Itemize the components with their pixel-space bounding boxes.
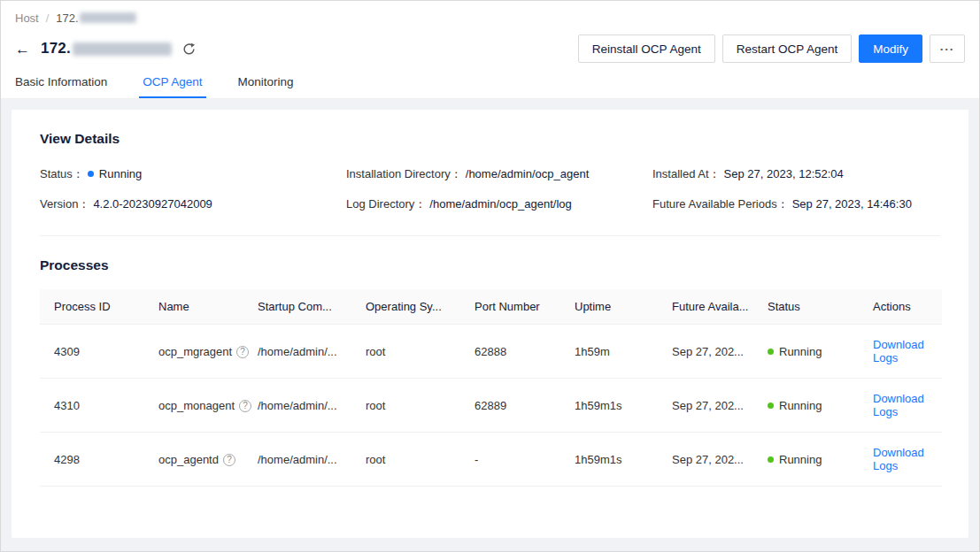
redacted-ip-title xyxy=(73,42,172,56)
col-process-id: Process ID xyxy=(40,289,144,325)
field-version-value: 4.2.0-20230927042009 xyxy=(93,197,212,211)
cell-uptime: 1h59m1s xyxy=(560,433,658,487)
col-actions: Actions xyxy=(859,289,942,325)
col-port-number: Port Number xyxy=(460,289,560,325)
reinstall-ocp-agent-button[interactable]: Reinstall OCP Agent xyxy=(578,34,715,63)
field-installed-at-value: Sep 27, 2023, 12:52:04 xyxy=(724,167,844,180)
field-installation-directory-label: Installation Directory： xyxy=(346,167,462,180)
cell-name: ocp_agentd? xyxy=(144,433,243,487)
col-name: Name xyxy=(144,289,243,325)
processes-title: Processes xyxy=(40,257,940,273)
cell-startup-command: /home/admin/... xyxy=(243,379,351,433)
tab-monitoring[interactable]: Monitoring xyxy=(235,68,297,98)
field-status-value: Running xyxy=(99,167,142,180)
cell-port: 62888 xyxy=(460,325,560,379)
process-name: ocp_agentd xyxy=(158,453,219,466)
field-version-label: Version： xyxy=(40,197,89,211)
section-divider xyxy=(40,235,940,236)
tabs: Basic Information OCP Agent Monitoring xyxy=(1,65,979,99)
view-details-title: View Details xyxy=(40,131,940,147)
help-icon[interactable]: ? xyxy=(223,454,235,466)
cell-future-available: Sep 27, 202... xyxy=(658,325,753,379)
cell-port: - xyxy=(460,433,560,487)
col-uptime: Uptime xyxy=(560,289,658,325)
field-log-directory-value: /home/admin/ocp_agent/log xyxy=(429,197,571,211)
process-name: ocp_monagent xyxy=(158,399,235,412)
status-text: Running xyxy=(779,345,822,358)
cell-pid: 4310 xyxy=(40,379,144,433)
status-text: Running xyxy=(779,453,822,466)
breadcrumb-host[interactable]: Host xyxy=(15,12,39,25)
field-status-label: Status： xyxy=(40,167,84,180)
field-future-available-periods-value: Sep 27, 2023, 14:46:30 xyxy=(792,197,912,211)
status-dot-running xyxy=(768,349,774,355)
page-title: 172. xyxy=(41,40,71,58)
redacted-ip-breadcrumb xyxy=(80,12,136,23)
cell-status: Running xyxy=(753,325,859,379)
processes-table: Process ID Name Startup Com... Operating… xyxy=(40,289,942,487)
process-name: ocp_mgragent xyxy=(158,345,232,358)
cell-os-user: root xyxy=(351,433,460,487)
header-row: ← 172. Reinstall OCP Agent Restart OCP A… xyxy=(1,27,979,65)
status-dot-running xyxy=(768,456,774,463)
field-log-directory: Log Directory：/home/admin/ocp_agent/log xyxy=(346,196,652,212)
header-actions: Reinstall OCP Agent Restart OCP Agent Mo… xyxy=(578,34,965,63)
cell-future-available: Sep 27, 202... xyxy=(658,433,753,487)
table-row: 4309 ocp_mgragent? /home/admin/... root … xyxy=(40,325,942,379)
status-dot-running xyxy=(88,171,94,177)
table-row: 4298 ocp_agentd? /home/admin/... root - … xyxy=(40,433,942,487)
field-installation-directory-value: /home/admin/ocp_agent xyxy=(466,167,589,180)
view-details-fields: Status：Running Installation Directory：/h… xyxy=(40,166,940,212)
back-icon[interactable]: ← xyxy=(15,42,30,57)
restart-ocp-agent-button[interactable]: Restart OCP Agent xyxy=(722,34,853,63)
field-installed-at: Installed At：Sep 27, 2023, 12:52:04 xyxy=(652,166,940,182)
cell-uptime: 1h59m xyxy=(560,325,658,379)
table-header-row: Process ID Name Startup Com... Operating… xyxy=(40,289,942,325)
cell-actions: Download Logs xyxy=(859,379,942,433)
field-version: Version：4.2.0-20230927042009 xyxy=(40,196,346,212)
col-operating-system: Operating Sy... xyxy=(351,289,460,325)
field-installed-at-label: Installed At： xyxy=(652,167,721,180)
tab-ocp-agent[interactable]: OCP Agent xyxy=(139,68,205,98)
ocp-agent-card: View Details Status：Running Installation… xyxy=(12,110,968,538)
breadcrumb-separator: / xyxy=(46,12,50,25)
breadcrumb-current-ip: 172. xyxy=(56,12,78,25)
cell-status: Running xyxy=(753,379,859,433)
cell-name: ocp_mgragent? xyxy=(144,325,243,379)
host-detail-page: Host / 172. ← 172. Reinstall OCP Agent R… xyxy=(0,0,980,552)
more-actions-button[interactable]: ··· xyxy=(930,34,965,63)
cell-os-user: root xyxy=(351,379,460,433)
status-dot-running xyxy=(768,402,774,409)
breadcrumb: Host / 172. xyxy=(1,8,979,27)
cell-pid: 4309 xyxy=(40,325,144,379)
download-logs-link[interactable]: Download Logs xyxy=(873,392,924,418)
modify-button[interactable]: Modify xyxy=(859,34,922,63)
cell-future-available: Sep 27, 202... xyxy=(658,379,753,433)
download-logs-link[interactable]: Download Logs xyxy=(873,446,924,472)
field-future-available-periods: Future Available Periods：Sep 27, 2023, 1… xyxy=(652,196,940,212)
cell-port: 62889 xyxy=(460,379,560,433)
tab-basic-information[interactable]: Basic Information xyxy=(12,68,111,98)
cell-actions: Download Logs xyxy=(859,433,942,487)
help-icon[interactable]: ? xyxy=(239,400,251,412)
cell-actions: Download Logs xyxy=(859,325,942,379)
table-row: 4310 ocp_monagent? /home/admin/... root … xyxy=(40,379,942,433)
page-header-area: Host / 172. ← 172. Reinstall OCP Agent R… xyxy=(1,1,979,99)
col-status: Status xyxy=(753,289,859,325)
cell-os-user: root xyxy=(351,325,460,379)
cell-startup-command: /home/admin/... xyxy=(243,433,351,487)
field-log-directory-label: Log Directory： xyxy=(346,197,426,211)
cell-uptime: 1h59m1s xyxy=(560,379,658,433)
help-icon[interactable]: ? xyxy=(236,346,249,358)
col-startup-command: Startup Com... xyxy=(243,289,351,325)
cell-pid: 4298 xyxy=(40,433,144,487)
cell-name: ocp_monagent? xyxy=(144,379,243,433)
field-status: Status：Running xyxy=(40,166,346,182)
download-logs-link[interactable]: Download Logs xyxy=(873,338,924,364)
col-future-available: Future Availa... xyxy=(658,289,753,325)
status-text: Running xyxy=(779,399,822,412)
field-future-available-periods-label: Future Available Periods： xyxy=(652,197,789,211)
refresh-icon[interactable] xyxy=(182,42,196,56)
cell-status: Running xyxy=(753,433,859,487)
cell-startup-command: /home/admin/... xyxy=(243,325,351,379)
